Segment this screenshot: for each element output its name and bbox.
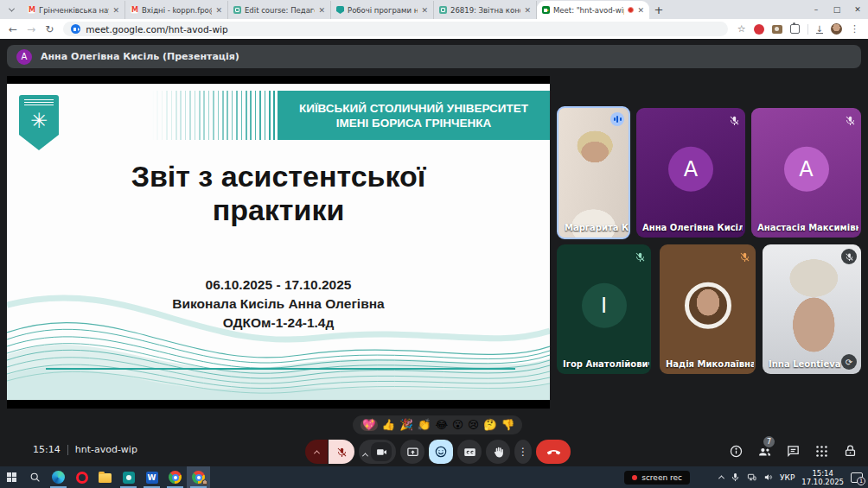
language-indicator[interactable]: УКР bbox=[780, 473, 795, 482]
camera-button[interactable] bbox=[371, 442, 392, 461]
tab-label: Edit course: Педагогіка та пси... bbox=[245, 6, 315, 15]
extensions-icon[interactable] bbox=[790, 24, 800, 34]
reaction-thumbs-up[interactable]: 👍 bbox=[382, 420, 396, 431]
more-options-button[interactable]: ⋮ bbox=[514, 440, 532, 464]
reaction-surprise[interactable]: 😮 bbox=[452, 420, 463, 431]
tray-clock[interactable]: 15:14 17.10.2025 bbox=[801, 469, 844, 486]
hand-icon bbox=[492, 446, 505, 459]
profile-avatar[interactable] bbox=[831, 23, 842, 35]
tray-volume-icon[interactable] bbox=[763, 472, 773, 482]
taskbar-explorer[interactable] bbox=[93, 466, 117, 488]
close-window-button[interactable]: ✕ bbox=[847, 0, 868, 19]
meeting-details-button[interactable] bbox=[728, 443, 744, 459]
reaction-laugh[interactable]: 😂 bbox=[435, 420, 448, 431]
camera-options-button[interactable] bbox=[363, 444, 367, 460]
screenshot-extension-icon[interactable] bbox=[772, 25, 782, 34]
presenter-name: Анна Олегівна Кисіль (Презентація) bbox=[41, 51, 239, 62]
start-button[interactable] bbox=[0, 466, 23, 488]
mic-off-icon bbox=[739, 250, 750, 261]
close-icon[interactable]: ✕ bbox=[637, 6, 644, 15]
taskbar-word[interactable]: W bbox=[140, 466, 163, 488]
tab-search-button[interactable] bbox=[0, 0, 22, 19]
close-icon[interactable]: ✕ bbox=[215, 6, 222, 15]
host-controls-button[interactable] bbox=[842, 443, 858, 459]
participant-tile-inna[interactable]: Inna Leontieva ⟳ bbox=[763, 244, 861, 374]
participant-tile-anastasiia[interactable]: А Анастасія Максимівна Не... bbox=[751, 108, 861, 238]
reaction-heart[interactable]: 💖 bbox=[361, 419, 378, 432]
participant-name: Анастасія Максимівна Не... bbox=[757, 223, 858, 232]
participant-tile-nadiia[interactable]: Надія Миколаївна Чум... bbox=[660, 244, 756, 374]
chat-panel-button[interactable] bbox=[785, 443, 801, 459]
participant-tile-anna[interactable]: А Анна Олегівна Кисіль bbox=[636, 108, 745, 238]
back-button[interactable]: ← bbox=[9, 24, 17, 35]
end-call-button[interactable] bbox=[536, 440, 571, 464]
screen-recorder-widget[interactable]: screen rec bbox=[624, 471, 690, 485]
present-screen-button[interactable] bbox=[400, 440, 424, 464]
moodle-icon bbox=[439, 6, 447, 14]
tab-gmail-inbox[interactable]: M Вхідні - koppn.fpo@kubg.edu... ✕ bbox=[125, 1, 228, 19]
avatar: А bbox=[784, 147, 829, 192]
reaction-think[interactable]: 🤔 bbox=[483, 420, 497, 431]
new-tab-button[interactable]: + bbox=[649, 0, 668, 19]
tab-label: Meet: "hnt-avod-wip" bbox=[553, 6, 624, 15]
raise-hand-button[interactable] bbox=[486, 440, 510, 464]
close-icon[interactable]: ✕ bbox=[318, 6, 325, 15]
downloads-icon[interactable]: ↓ bbox=[816, 25, 823, 34]
bookmark-star-icon[interactable]: ☆ bbox=[737, 23, 746, 35]
browser-tab-strip: M Грінченківська наукова школ... ✕ M Вхі… bbox=[0, 0, 868, 19]
flip-camera-icon[interactable]: ⟳ bbox=[841, 354, 857, 370]
decorative-stripes bbox=[152, 91, 278, 140]
tab-work-programs[interactable]: Робочі програми навчальних... ✕ bbox=[331, 1, 434, 19]
activities-button[interactable] bbox=[814, 443, 829, 459]
tab-conference[interactable]: 26819: Звітна конференція | Е... ✕ bbox=[434, 1, 537, 19]
university-banner: КИЇВСЬКИЙ СТОЛИЧНИЙ УНІВЕРСИТЕТ ІМЕНІ БО… bbox=[278, 91, 550, 140]
meet-icon bbox=[542, 6, 550, 14]
notifications-icon[interactable]: 1 bbox=[851, 472, 863, 483]
url-text: meet.google.com/hnt-avod-wip bbox=[86, 24, 227, 35]
maximize-button[interactable]: □ bbox=[827, 0, 847, 19]
taskbar-opera[interactable] bbox=[70, 466, 93, 488]
forward-button[interactable]: → bbox=[27, 24, 35, 35]
tray-network-icon[interactable] bbox=[747, 472, 756, 482]
participant-name: Надія Миколаївна Чум... bbox=[666, 359, 754, 369]
adblock-extension-icon[interactable] bbox=[754, 24, 764, 35]
people-panel-button[interactable]: 7 bbox=[756, 443, 772, 459]
tab-gmail-school[interactable]: M Грінченківська наукова школ... ✕ bbox=[22, 1, 125, 19]
taskbar-edge[interactable] bbox=[47, 466, 70, 488]
meeting-info: 15:14 hnt-avod-wip bbox=[33, 444, 137, 455]
reload-button[interactable]: ↻ bbox=[45, 24, 54, 35]
decorative-waves bbox=[7, 270, 550, 400]
captions-button[interactable] bbox=[457, 440, 482, 464]
reaction-cry[interactable]: 😢 bbox=[468, 420, 479, 431]
reaction-clap[interactable]: 👏 bbox=[418, 420, 431, 431]
meeting-time: 15:14 bbox=[33, 444, 61, 455]
participant-tile-margaryta[interactable]: Маргарита Коз... bbox=[557, 106, 630, 239]
minimize-button[interactable]: – bbox=[806, 0, 827, 19]
chrome-icon bbox=[169, 471, 182, 484]
close-icon[interactable]: ✕ bbox=[112, 6, 119, 15]
taskbar-university-app[interactable] bbox=[117, 466, 140, 488]
taskbar-chrome-active[interactable] bbox=[187, 466, 210, 488]
mic-muted-button[interactable] bbox=[329, 440, 354, 464]
mic-options-button[interactable] bbox=[305, 440, 328, 464]
url-bar[interactable]: meet.google.com/hnt-avod-wip bbox=[63, 22, 728, 36]
captions-icon bbox=[463, 446, 476, 459]
participant-name: Маргарита Коз... bbox=[565, 223, 629, 232]
windows-logo-icon bbox=[7, 472, 16, 482]
university-logo: ✳ bbox=[19, 95, 59, 150]
reactions-toggle-button[interactable] bbox=[429, 440, 453, 464]
taskbar-chrome[interactable] bbox=[163, 466, 187, 488]
taskbar-search-button[interactable] bbox=[23, 466, 47, 488]
browser-menu-icon[interactable]: ⋮ bbox=[850, 23, 859, 35]
close-icon[interactable]: ✕ bbox=[524, 6, 531, 15]
tab-edit-course[interactable]: Edit course: Педагогіка та пси... ✕ bbox=[228, 1, 331, 19]
tab-meet-active[interactable]: Meet: "hnt-avod-wip" ✕ bbox=[537, 1, 649, 19]
tray-mic-icon[interactable] bbox=[731, 472, 740, 482]
taskbar-right: screen rec УКР 15:14 17.10.2025 1 bbox=[624, 466, 868, 488]
reaction-party[interactable]: 🎉 bbox=[399, 420, 413, 431]
tray-expand-icon[interactable] bbox=[718, 475, 724, 481]
reaction-thumbs-down[interactable]: 👎 bbox=[501, 420, 515, 431]
participant-tile-ihor[interactable]: І Ігор Анатолійович Пр... bbox=[557, 244, 651, 374]
people-count-badge: 7 bbox=[763, 436, 775, 447]
close-icon[interactable]: ✕ bbox=[421, 6, 428, 15]
